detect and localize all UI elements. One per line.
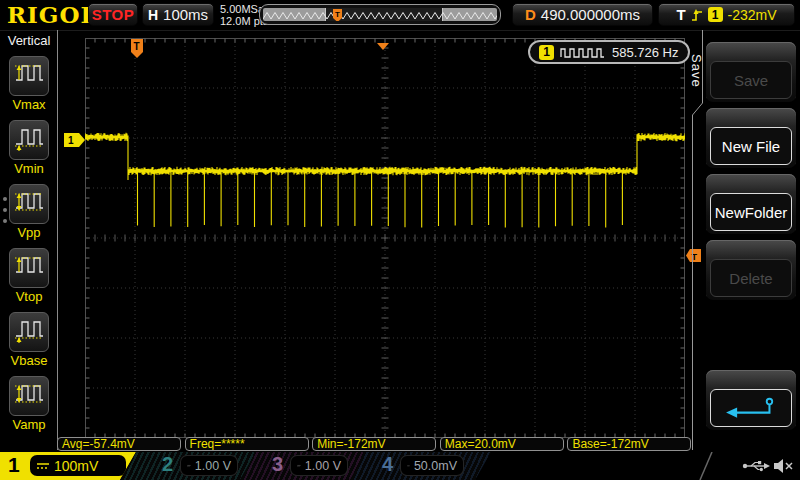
waveform-trace-ch1 (85, 133, 685, 228)
measure-item-label: Vtop (0, 289, 58, 304)
delay-value: 490.000000ms (541, 6, 640, 23)
measure-item-vmin[interactable] (9, 120, 49, 160)
new-file-button-label: New File (710, 127, 792, 165)
channel3-scale-value: 1.00 V (305, 459, 341, 473)
measure-item-label: Vbase (0, 353, 58, 368)
preview-strip: T (263, 8, 497, 21)
dc-coupling-icon (407, 461, 410, 471)
channel2-block[interactable]: 2 1.00 V (120, 452, 256, 480)
newfolder-button-label: NewFolder (710, 193, 792, 231)
save-button-label: Save (710, 61, 792, 99)
measure-item-vmax[interactable] (9, 56, 49, 96)
measure-item-label: Vpp (0, 225, 58, 240)
horizontal-label: H (148, 7, 158, 23)
svg-text:T: T (134, 41, 140, 52)
channel3-scale: 1.00 V (290, 455, 348, 476)
menu-tab-label: Save (689, 54, 704, 88)
waveform-preview-bar[interactable]: T (259, 4, 501, 25)
usb-icon (742, 459, 770, 473)
vpp-icon (12, 186, 46, 222)
svg-text:1: 1 (68, 135, 74, 146)
measure-item-label: Vmin (0, 161, 58, 176)
measure-menu-separator (57, 30, 58, 450)
svg-text:T: T (335, 10, 340, 19)
oscilloscope-screen: RIGOL STOP H 100ms 5.00MSa/s 12.0M pts T… (0, 0, 800, 480)
dc-coupling-icon (187, 461, 191, 471)
rigol-logo: RIGOL (7, 1, 98, 28)
trigger-readout: T 1 -232mV (658, 3, 795, 26)
return-button[interactable] (706, 370, 796, 430)
newfolder-button[interactable]: NewFolder (706, 174, 796, 234)
trigger-position-marker: T (131, 39, 144, 62)
freq-counter-value: 585.726 Hz (612, 45, 679, 60)
delete-button[interactable]: Delete (706, 240, 796, 300)
menu-page-dot (3, 197, 7, 201)
measure-item-vtop[interactable] (9, 248, 49, 288)
frequency-counter: 1 585.726 Hz (528, 40, 690, 64)
channel4-number: 4 (382, 453, 393, 476)
measure-item-label: Vamp (0, 417, 58, 432)
rising-edge-icon (691, 7, 703, 23)
channel2-scale-value: 1.00 V (195, 459, 231, 473)
trigger-source-badge: 1 (708, 7, 723, 22)
channel4-block[interactable]: 4 50.0mV (350, 452, 491, 480)
square-wave-icon (560, 46, 606, 59)
measure-item-vamp[interactable] (9, 376, 49, 416)
run-state-text: STOP (92, 6, 135, 23)
vmin-icon (12, 122, 46, 158)
vtop-icon (12, 250, 46, 286)
channel3-block[interactable]: 3 1.00 V (240, 452, 366, 480)
save-button[interactable]: Save (706, 42, 796, 102)
channel4-scale-value: 50.0mV (414, 459, 457, 473)
graticule (85, 38, 685, 438)
measure-item-label: Vmax (0, 97, 58, 112)
menu-tab-outline (688, 30, 708, 450)
trigger-level-value: -232mV (728, 7, 777, 23)
measurement-freq: Freq=***** (185, 437, 309, 451)
run-state-indicator: STOP (88, 3, 138, 26)
vbase-icon (12, 314, 46, 350)
statusbar-divider (698, 452, 714, 480)
vmax-icon (12, 58, 46, 94)
top-status-bar: RIGOL STOP H 100ms 5.00MSa/s 12.0M pts T… (0, 0, 800, 31)
channel3-number: 3 (272, 453, 283, 476)
measurement-max: Max=20.0mV (440, 437, 564, 451)
channel1-scale-value: 100mV (54, 458, 98, 474)
channel4-scale: 50.0mV (400, 455, 464, 476)
speaker-muted-icon (772, 458, 794, 474)
dc-coupling-icon (297, 461, 301, 471)
freq-counter-source-badge: 1 (539, 45, 554, 60)
measurement-base: Base=-172mV (567, 437, 691, 451)
preview-waveform (263, 8, 497, 21)
measure-item-vbase[interactable] (9, 312, 49, 352)
trigger-label: T (676, 6, 685, 23)
channel2-number: 2 (162, 453, 173, 476)
horizontal-timebase-readout[interactable]: H 100ms (142, 3, 214, 26)
delay-position-marker (377, 37, 390, 55)
channel2-scale: 1.00 V (180, 455, 238, 476)
delay-readout: D 490.000000ms (512, 3, 653, 26)
return-arrow-icon (710, 389, 792, 427)
channel1-zero-marker: 1 (64, 133, 85, 151)
menu-page-dot (3, 208, 7, 212)
new-file-button[interactable]: New File (706, 108, 796, 168)
delay-label: D (525, 6, 536, 23)
menu-page-dot (3, 219, 7, 223)
timebase-value: 100ms (163, 6, 208, 23)
channel1-scale: 100mV (30, 455, 126, 476)
measure-menu-title: Vertical (0, 33, 58, 48)
measure-item-vpp[interactable] (9, 184, 49, 224)
measurement-min: Min=-172mV (312, 437, 436, 451)
delete-button-label: Delete (710, 259, 792, 297)
dc-coupling-icon (36, 461, 50, 471)
channel-status-bar: 1 100mV2 1.00 V3 1.00 V4 50.0mV (0, 452, 800, 480)
vamp-icon (12, 378, 46, 414)
channel1-number: 1 (8, 453, 20, 477)
trigger-position-flag-mini: T (333, 8, 343, 21)
measurement-avg: Avg=-57.4mV (57, 437, 181, 451)
